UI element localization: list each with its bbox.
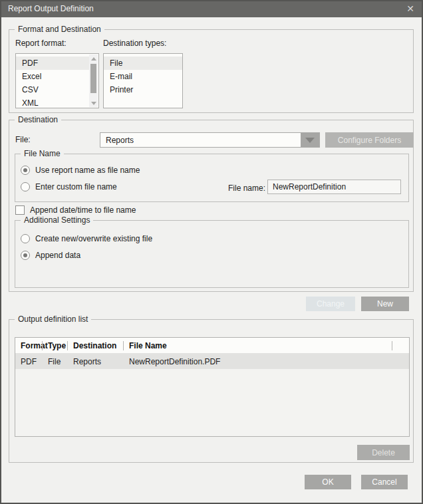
scrollbar-thumb[interactable] [90,64,96,93]
radio-button-icon[interactable] [21,182,30,191]
close-icon[interactable]: ✕ [400,0,420,17]
scroll-down-icon[interactable] [89,99,98,107]
configure-folders-button[interactable]: Configure Folders [325,132,414,148]
titlebar: Report Output Definition ✕ [0,0,423,17]
radio-create-new-overwrite[interactable]: Create new/overwrite existing file [21,234,152,243]
change-button[interactable]: Change [306,297,355,311]
cell-type: File [43,354,68,369]
radio-button-icon[interactable] [21,166,30,175]
cancel-button[interactable]: Cancel [361,475,408,489]
destination-type-option-email[interactable]: E-mail [104,70,182,83]
radio-enter-custom-name-label: Enter custom file name [35,182,117,191]
output-definition-table: Format Type Destination File Name PDF Fi… [15,337,410,437]
file-destination-value: Reports [100,136,301,145]
report-format-label: Report format: [15,39,67,49]
group-format-and-destination: Format and Destination Report format: PD… [9,29,414,113]
dropdown-button[interactable] [301,133,319,147]
radio-append-data[interactable]: Append data [21,251,80,260]
file-name-value: NewReportDefinition [273,182,346,191]
report-format-option-csv[interactable]: CSV [16,83,89,96]
destination-type-option-file[interactable]: File [104,57,182,70]
ok-button[interactable]: OK [305,475,351,489]
delete-button[interactable]: Delete [357,445,410,460]
cell-format: PDF [15,354,43,369]
table-header-row: Format Type Destination File Name [15,338,409,354]
report-format-option-xml[interactable]: XML [16,96,89,110]
radio-button-icon[interactable] [21,251,30,260]
radio-use-report-name-label: Use report name as file name [35,166,140,175]
group-file-name: File Name Use report name as file name E… [15,154,409,202]
file-name-input[interactable]: NewReportDefinition [267,180,401,194]
append-datetime-label: Append date/time to file name [30,205,136,215]
radio-button-icon[interactable] [21,234,30,243]
file-label: File: [15,135,31,145]
checkbox-icon[interactable] [15,205,25,215]
group-destination: Destination File: Reports Configure Fold… [9,120,414,292]
column-header-format[interactable]: Format [15,338,43,353]
report-output-definition-dialog: Report Output Definition ✕ Format and De… [0,0,423,504]
dialog-title: Report Output Definition [8,4,94,13]
destination-types-label: Destination types: [103,39,166,49]
group-label-file-name: File Name [21,149,64,158]
new-button[interactable]: New [361,297,409,311]
group-label-format-destination: Format and Destination [15,25,104,34]
append-datetime-checkbox-row[interactable]: Append date/time to file name [15,205,136,215]
cell-file-name: NewReportDefinition.PDF [124,354,392,369]
column-header-file-name[interactable]: File Name [124,338,392,353]
report-format-option-excel[interactable]: Excel [16,70,89,83]
table-row[interactable]: PDF File Reports NewReportDefinition.PDF [15,354,409,369]
group-additional-settings: Additional Settings Create new/overwrite… [15,220,409,288]
radio-append-data-label: Append data [35,251,80,260]
column-header-destination[interactable]: Destination [68,338,124,353]
group-label-additional-settings: Additional Settings [21,215,93,225]
file-name-label: File name: [228,184,265,193]
radio-use-report-name[interactable]: Use report name as file name [21,166,140,175]
radio-create-new-overwrite-label: Create new/overwrite existing file [35,234,152,243]
group-output-definition-list: Output definition list Format Type Desti… [9,319,414,463]
cell-filler [392,354,409,369]
radio-enter-custom-name[interactable]: Enter custom file name [21,182,117,191]
cell-destination: Reports [68,354,124,369]
report-format-option-pdf[interactable]: PDF [16,57,89,70]
column-header-filler [392,338,409,353]
file-destination-combobox[interactable]: Reports [100,132,320,148]
chevron-down-icon [305,138,315,143]
scroll-up-icon[interactable] [89,55,98,63]
group-label-destination: Destination [15,115,61,124]
report-format-listbox[interactable]: PDF Excel CSV XML [15,53,99,108]
report-format-scrollbar[interactable] [89,55,98,107]
destination-type-option-printer[interactable]: Printer [104,83,182,96]
group-label-output-definition-list: Output definition list [15,315,91,324]
column-header-type[interactable]: Type [43,338,68,353]
destination-types-listbox[interactable]: File E-mail Printer [103,53,183,108]
